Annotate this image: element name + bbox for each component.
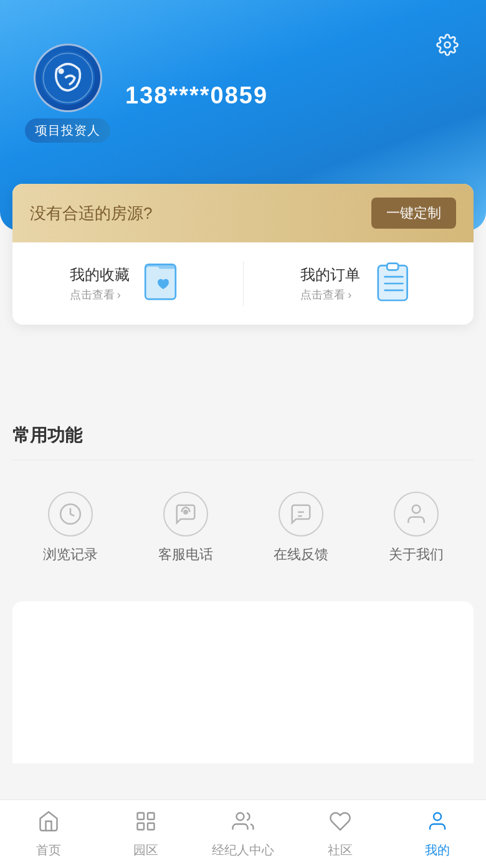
mine-icon — [426, 810, 449, 838]
nav-community-label: 社区 — [328, 842, 353, 859]
svg-rect-20 — [148, 823, 155, 830]
svg-point-16 — [412, 505, 420, 513]
nav-agent-label: 经纪人中心 — [212, 842, 274, 859]
svg-point-13 — [183, 510, 188, 515]
profile-area: 项目投资人 138****0859 — [25, 44, 268, 143]
avatar — [34, 44, 102, 112]
about-us-item[interactable]: 关于我们 — [358, 492, 474, 564]
orders-icon — [371, 261, 416, 306]
quick-links: 我的收藏 点击查看 › — [12, 242, 474, 325]
nav-community[interactable]: 社区 — [292, 810, 389, 859]
common-functions-title: 常用功能 — [12, 411, 474, 447]
about-us-label: 关于我们 — [389, 545, 444, 564]
nav-park-label: 园区 — [133, 842, 158, 859]
orders-title: 我的订单 — [300, 265, 360, 285]
white-content-section — [12, 601, 474, 763]
svg-point-3 — [58, 69, 64, 74]
user-badge: 项目投资人 — [25, 118, 110, 143]
online-feedback-item[interactable]: 在线反馈 — [243, 492, 358, 564]
banner-text: 没有合适的房源? — [30, 203, 152, 224]
orders-subtitle: 点击查看 › — [300, 287, 360, 302]
nav-mine[interactable]: 我的 — [389, 810, 486, 859]
nav-mine-label: 我的 — [425, 842, 450, 859]
svg-rect-18 — [148, 813, 155, 819]
home-icon — [37, 810, 60, 838]
settings-icon[interactable] — [434, 31, 461, 59]
browse-history-icon — [48, 492, 93, 537]
customize-button[interactable]: 一键定制 — [371, 198, 456, 229]
section-divider — [12, 460, 474, 460]
browse-history-label: 浏览记录 — [43, 545, 98, 564]
property-card: 没有合适的房源? 一键定制 我的收藏 点击查看 › — [12, 184, 474, 325]
svg-rect-19 — [138, 823, 145, 830]
about-us-icon — [394, 492, 439, 537]
park-icon — [135, 810, 157, 838]
community-icon — [329, 810, 351, 838]
phone-number: 138****0859 — [125, 82, 268, 109]
nav-home-label: 首页 — [36, 842, 61, 859]
svg-point-1 — [40, 51, 94, 105]
svg-point-22 — [434, 813, 441, 820]
browse-history-item[interactable]: 浏览记录 — [12, 492, 128, 564]
svg-point-21 — [237, 813, 244, 820]
svg-point-0 — [445, 42, 450, 48]
avatar-container: 项目投资人 — [25, 44, 110, 143]
agent-icon — [232, 810, 254, 838]
functions-grid: 浏览记录 客服电话 — [12, 485, 474, 583]
my-orders-link[interactable]: 我的订单 点击查看 › — [244, 261, 474, 306]
nav-agent[interactable]: 经纪人中心 — [194, 810, 292, 859]
nav-home[interactable]: 首页 — [0, 810, 97, 859]
nav-park[interactable]: 园区 — [97, 810, 194, 859]
main-content: 没有合适的房源? 一键定制 我的收藏 点击查看 › — [0, 411, 486, 763]
online-feedback-icon — [279, 492, 323, 537]
favorites-subtitle: 点击查看 › — [70, 287, 130, 302]
svg-rect-11 — [387, 264, 398, 270]
bottom-navigation: 首页 园区 经纪人中心 — [0, 799, 486, 868]
customize-banner: 没有合适的房源? 一键定制 — [12, 184, 474, 242]
customer-service-label: 客服电话 — [158, 545, 213, 564]
property-card-section: 没有合适的房源? 一键定制 我的收藏 点击查看 › — [12, 184, 474, 325]
online-feedback-label: 在线反馈 — [274, 545, 328, 564]
my-favorites-link[interactable]: 我的收藏 点击查看 › — [12, 261, 244, 306]
favorites-icon — [141, 261, 186, 306]
customer-service-item[interactable]: 客服电话 — [128, 492, 243, 564]
svg-rect-17 — [138, 813, 145, 819]
customer-service-icon — [163, 492, 208, 537]
favorites-title: 我的收藏 — [70, 265, 130, 285]
functions-section: 常用功能 浏览记录 — [12, 411, 474, 763]
